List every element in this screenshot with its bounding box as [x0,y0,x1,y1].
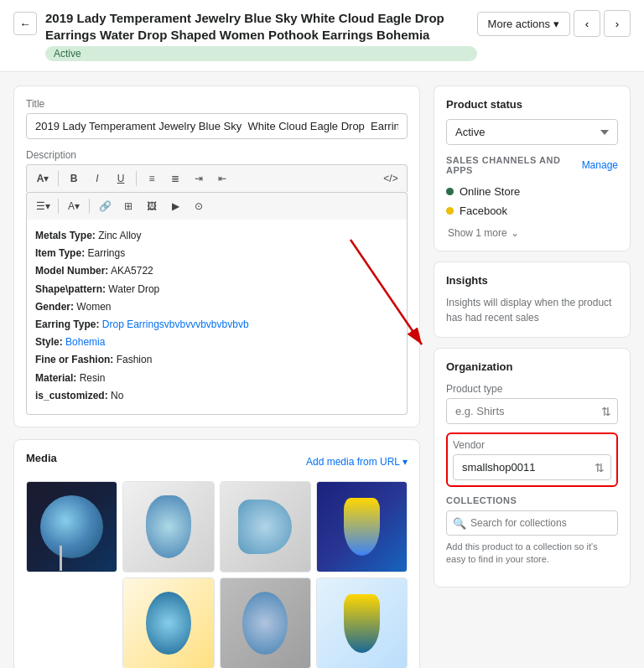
media-thumb-7[interactable] [316,577,408,668]
media-header: Media Add media from URL ▾ [26,452,408,473]
media-thumb-5[interactable] [122,577,214,668]
media-thumb-6[interactable] [220,577,311,668]
show-more-button[interactable]: Show 1 more ⌄ [446,227,618,239]
sales-channels-section: SALES CHANNELS AND APPS Manage Online St… [446,155,618,239]
font-size-button[interactable]: A▾ [32,168,54,189]
vendor-label: Vendor [453,439,611,451]
table-button[interactable]: ⊞ [117,196,139,216]
indent-button[interactable]: ⇥ [188,168,210,189]
prev-icon: ‹ [585,18,589,30]
header-left: ← 2019 Lady Temperament Jewelry Blue Sky… [13,10,477,61]
title-label: Title [26,98,408,110]
collections-search-input[interactable] [446,510,618,536]
title-input[interactable] [26,113,408,139]
product-type-label: Product type [446,383,618,395]
online-store-label: Online Store [460,185,520,198]
show-more-label: Show 1 more [448,227,507,239]
next-product-button[interactable]: › [604,10,631,37]
title-block: 2019 Lady Temperament Jewelry Blue Sky W… [45,10,477,61]
code-button[interactable]: </> [380,168,402,189]
media-thumb-3[interactable] [220,481,311,572]
next-icon: › [615,18,619,30]
bold-button[interactable]: B [63,168,85,189]
back-button[interactable]: ← [13,12,37,35]
video-button[interactable]: ▶ [164,196,186,216]
facebook-label: Facebook [460,205,507,217]
right-column: Product status Active Draft SALES CHANNE… [434,85,631,588]
collections-group: COLLECTIONS 🔍 Add this product to a coll… [446,495,618,567]
editor-toolbar-row2: ☰▾ A▾ 🔗 ⊞ 🖼 ▶ ⊙ [26,192,408,220]
left-column: Title Description A▾ B I U ≡ ≣ ⇥ ⇤ [13,85,420,668]
insights-title: Insights [446,274,618,287]
dropdown-arrow-icon: ▾ [402,456,408,468]
vendor-stepper-icon: ⇅ [595,461,605,474]
media-card: Media Add media from URL ▾ [13,439,420,668]
emoji-button[interactable]: ⊙ [188,196,210,216]
search-icon: 🔍 [453,517,466,530]
italic-button[interactable]: I [86,168,108,189]
channel-facebook: Facebook [446,201,618,220]
manage-link[interactable]: Manage [582,159,618,171]
vendor-input[interactable] [453,454,611,480]
product-status-select[interactable]: Active Draft [446,119,618,145]
sales-channels-label: SALES CHANNELS AND APPS [446,155,582,175]
facebook-dot [446,207,454,215]
text-color-button[interactable]: A▾ [63,196,85,216]
vendor-field-wrapper: Vendor ⇅ [446,432,618,487]
link-button[interactable]: 🔗 [94,196,116,216]
product-type-input[interactable] [446,398,618,424]
product-type-stepper-icon: ⇅ [601,405,611,418]
outdent-button[interactable]: ⇤ [211,168,233,189]
collections-label: COLLECTIONS [446,495,618,505]
collections-search-wrapper: 🔍 [446,510,618,536]
channel-online-store: Online Store [446,182,618,201]
status-badge: Active [45,46,477,61]
product-status-title: Product status [446,98,618,111]
organization-card: Organization Product type ⇅ [434,348,631,588]
add-media-link[interactable]: Add media from URL ▾ [306,456,408,468]
image-button[interactable]: 🖼 [141,196,163,216]
align-left-button[interactable]: ≡ [141,168,163,189]
organization-title: Organization [446,360,618,373]
media-title: Media [26,452,57,464]
dropdown-arrow-icon: ▾ [553,18,559,30]
media-grid: + Add media or drop files to upload [26,481,408,668]
prev-product-button[interactable]: ‹ [574,10,600,37]
underline-button[interactable]: U [110,168,132,189]
back-icon: ← [19,18,30,30]
product-status-card: Product status Active Draft SALES CHANNE… [434,85,631,251]
insights-text: Insights will display when the product h… [446,295,618,325]
chevron-down-icon: ⌄ [511,227,519,239]
list-button[interactable]: ☰▾ [32,196,54,216]
page-title: 2019 Lady Temperament Jewelry Blue Sky W… [45,10,477,43]
media-thumb-4[interactable] [316,481,408,572]
media-thumb-2[interactable] [122,481,214,572]
collections-hint: Add this product to a collection so it's… [446,541,618,567]
title-description-card: Title Description A▾ B I U ≡ ≣ ⇥ ⇤ [13,85,420,427]
sales-header: SALES CHANNELS AND APPS Manage [446,155,618,175]
editor-content[interactable]: Metals Type: Zinc Alloy Item Type: Earri… [26,220,408,415]
editor-toolbar-row1: A▾ B I U ≡ ≣ ⇥ ⇤ </> [26,164,408,192]
header-actions: More actions ▾ ‹ › [477,10,631,37]
product-type-group: Product type ⇅ [446,383,618,424]
more-actions-button[interactable]: More actions ▾ [477,12,570,36]
main-content: Title Description A▾ B I U ≡ ≣ ⇥ ⇤ [0,72,644,668]
more-actions-label: More actions [488,18,550,30]
description-label: Description [26,149,408,161]
align-center-button[interactable]: ≣ [164,168,186,189]
online-store-dot [446,188,454,195]
media-thumb-1[interactable] [26,481,117,572]
page-header: ← 2019 Lady Temperament Jewelry Blue Sky… [0,0,644,72]
insights-card: Insights Insights will display when the … [434,262,631,338]
